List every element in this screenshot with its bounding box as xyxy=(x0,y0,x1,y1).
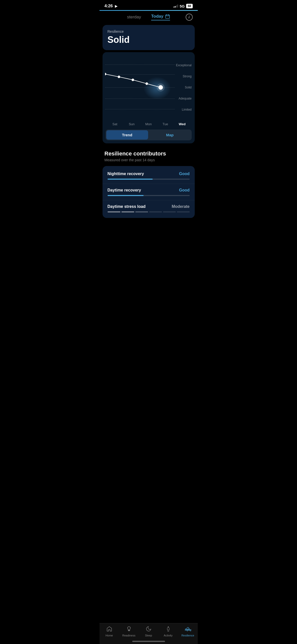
stress-seg-6 xyxy=(177,211,190,212)
chart-dot-mon xyxy=(131,79,134,81)
info-button[interactable]: i xyxy=(186,14,193,21)
label-limited: Limited xyxy=(176,108,191,111)
contributor-nighttime-name: Nighttime recovery xyxy=(108,172,144,176)
contributor-nighttime-bar-fill xyxy=(108,179,153,180)
contributor-nighttime-value: Good xyxy=(179,172,190,176)
battery-indicator: 68 xyxy=(186,4,192,8)
stress-seg-5 xyxy=(163,211,176,212)
contributors-section-title: Resilience contributors Measured over th… xyxy=(100,145,198,163)
network-label: 5G xyxy=(180,4,185,8)
status-bar: 4:26 ▶ 5G 68 xyxy=(100,0,198,10)
signal-bar-3 xyxy=(176,5,177,8)
map-button[interactable]: Map xyxy=(149,130,191,140)
chart-svg-area xyxy=(105,55,175,120)
contributor-stress-load[interactable]: Daytime stress load Moderate xyxy=(103,200,195,216)
contributor-daytime-name: Daytime recovery xyxy=(108,188,141,192)
resilience-label: Resilience xyxy=(108,29,190,34)
contributor-daytime-bar-fill xyxy=(108,195,144,196)
contributors-card: Nighttime recovery Good Daytime recovery… xyxy=(103,166,195,218)
contributors-subtitle: Measured over the past 14 days xyxy=(105,158,193,162)
battery-level: 68 xyxy=(188,4,191,8)
label-solid: Solid xyxy=(176,86,191,89)
chart-area: Exceptional Strong Solid Adequate Limite… xyxy=(103,55,195,120)
label-strong: Strong xyxy=(176,75,191,78)
stress-seg-1 xyxy=(108,211,120,212)
tab-today-label: Today xyxy=(151,14,163,19)
tab-today[interactable]: Today xyxy=(151,14,170,20)
chart-dot-tue xyxy=(145,82,148,85)
contributors-title: Resilience contributors xyxy=(105,150,193,157)
chart-dot-sun xyxy=(118,76,120,78)
contributor-daytime-bar-bg xyxy=(108,195,190,196)
contributor-daytime-top: Daytime recovery Good xyxy=(108,188,190,192)
chart-day-wed: Wed xyxy=(174,122,191,126)
svg-rect-0 xyxy=(166,15,170,18)
trend-button[interactable]: Trend xyxy=(106,130,148,140)
contributor-nighttime-bar-bg xyxy=(108,179,190,180)
signal-bars xyxy=(174,5,178,8)
chart-day-sun: Sun xyxy=(123,122,140,126)
content-scroll: Resilience Solid Exceptional Strong Soli… xyxy=(100,25,198,243)
status-time-area: 4:26 ▶ xyxy=(105,4,117,9)
status-time: 4:26 xyxy=(105,4,113,8)
chart-svg xyxy=(105,55,175,120)
location-icon: ▶ xyxy=(115,4,117,8)
stress-seg-4 xyxy=(149,211,162,212)
info-icon: i xyxy=(189,15,190,19)
contributor-nighttime-recovery[interactable]: Nighttime recovery Good xyxy=(103,168,195,184)
chart-days: Sat Sun Mon Tue Wed xyxy=(103,120,195,130)
stress-seg-2 xyxy=(121,211,134,212)
stress-seg-3 xyxy=(135,211,148,212)
signal-bar-4 xyxy=(177,5,178,8)
contributor-stress-value: Moderate xyxy=(172,204,189,209)
chart-card: Exceptional Strong Solid Adequate Limite… xyxy=(103,52,195,143)
stress-bar-container xyxy=(108,211,190,212)
resilience-value: Solid xyxy=(108,35,190,45)
signal-bar-1 xyxy=(174,7,174,8)
label-exceptional: Exceptional xyxy=(176,63,191,67)
chart-dot-wed xyxy=(158,85,163,90)
contributor-daytime-recovery[interactable]: Daytime recovery Good xyxy=(103,184,195,200)
resilience-card: Resilience Solid xyxy=(103,25,195,50)
contributor-nighttime-top: Nighttime recovery Good xyxy=(108,172,190,176)
contributor-daytime-value: Good xyxy=(179,188,190,192)
tab-navigation: sterday Today i xyxy=(100,11,198,23)
contributor-stress-top: Daytime stress load Moderate xyxy=(108,204,190,209)
chart-day-sat: Sat xyxy=(107,122,123,126)
trend-map-toggle: Trend Map xyxy=(106,130,192,140)
chart-dot-sat xyxy=(105,73,106,75)
chart-day-tue: Tue xyxy=(157,122,174,126)
tab-yesterday[interactable]: sterday xyxy=(127,15,141,20)
status-right: 5G 68 xyxy=(174,4,192,8)
calendar-icon xyxy=(165,14,170,19)
signal-bar-2 xyxy=(175,6,176,8)
label-adequate: Adequate xyxy=(176,97,191,100)
chart-labels: Exceptional Strong Solid Adequate Limite… xyxy=(176,55,191,120)
contributor-stress-name: Daytime stress load xyxy=(108,204,146,209)
chart-day-mon: Mon xyxy=(140,122,157,126)
